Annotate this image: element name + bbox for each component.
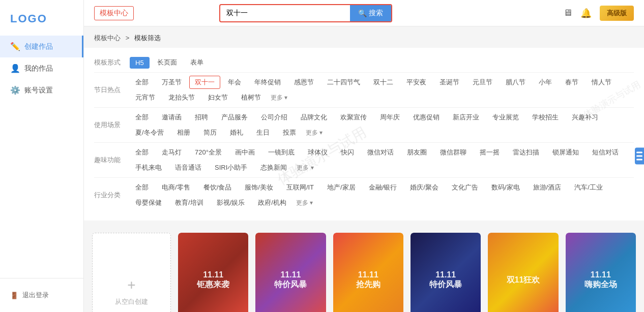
filter-tag-education[interactable]: 教育/培训 — [169, 196, 209, 209]
filter-tag-anniversary[interactable]: 周年庆 — [374, 111, 405, 124]
filter-tag-auto[interactable]: 汽车/工业 — [569, 181, 608, 194]
filter-tag-thanksgiving[interactable]: 感恩节 — [288, 76, 319, 89]
filter-tag-media[interactable]: 影视/娱乐 — [211, 196, 251, 209]
filter-tag-school[interactable]: 学校招生 — [526, 111, 564, 124]
logout-item[interactable]: 🚪 退出登录 — [10, 287, 73, 304]
filter-tag-double11[interactable]: 双十一 — [189, 76, 220, 89]
industry-more-btn[interactable]: 更多 ▾ — [296, 199, 313, 207]
filter-tag-vote[interactable]: 投票 — [277, 126, 302, 139]
filter-tag-plant[interactable]: 植树节 — [236, 91, 267, 104]
filter-tag-lockscreen[interactable]: 锁屏通知 — [547, 146, 584, 159]
template-card-5[interactable]: 双11狂欢 快闪x双十一托管婴儿优惠招... By Tracy — [488, 233, 558, 312]
filter-tag-voice[interactable]: 语音通话 — [169, 161, 207, 174]
template-card-4[interactable]: 11.11特价风暴 霓虹灯风双11活动促销 By 本平台御制 — [411, 233, 481, 312]
filter-tag-digital[interactable]: 数码/家电 — [486, 181, 525, 194]
filter-tag-360[interactable]: 720°全景 — [189, 146, 227, 159]
filter-tag-newstore[interactable]: 新店开业 — [447, 111, 485, 124]
filter-tag-realestate[interactable]: 地产/家居 — [321, 181, 361, 194]
search-button[interactable]: 🔍 搜索 — [350, 5, 391, 21]
filter-tag-resume[interactable]: 简历 — [198, 126, 222, 139]
filter-tag-album[interactable]: 相册 — [171, 126, 196, 139]
filter-tag-discount[interactable]: 优惠促销 — [407, 111, 445, 124]
filter-tag-double12[interactable]: 双十二 — [368, 76, 399, 89]
search-input[interactable] — [220, 6, 350, 20]
filter-tag-product[interactable]: 产品服务 — [216, 111, 253, 124]
filter-tag-new-year[interactable]: 元旦节 — [467, 76, 498, 89]
filter-tag-food[interactable]: 餐饮/食品 — [198, 181, 238, 194]
create-from-blank-card[interactable]: + 从空白创建 — [92, 233, 171, 312]
filter-tag-party-promo[interactable]: 欢聚宣传 — [335, 111, 372, 124]
filter-tag-recruitment[interactable]: 招聘 — [189, 111, 214, 124]
holiday-more-btn[interactable]: 更多 ▾ — [271, 93, 287, 102]
template-card-3[interactable]: 11.11抢先购 快闪x炫酷双十一促销 By 本平台御制 — [333, 233, 403, 312]
template-card-6[interactable]: 11.11嗨购全场 快闪x双十一服饰女装节日... By 深蓝姑娘 — [566, 233, 636, 312]
filter-tag-pip[interactable]: 画中画 — [229, 146, 260, 159]
filter-tag-ecommerce[interactable]: 电商/零售 — [156, 181, 196, 194]
filter-tag-moments[interactable]: 朋友圈 — [401, 146, 432, 159]
monitor-icon[interactable]: 🖥 — [563, 8, 572, 18]
filter-tag-invitation[interactable]: 邀请函 — [156, 111, 187, 124]
filter-tag-radar[interactable]: 雷达扫描 — [507, 146, 545, 159]
right-panel[interactable] — [635, 148, 644, 165]
filter-tag-solar[interactable]: 二十四节气 — [321, 76, 366, 89]
filter-tag-group-chat[interactable]: 微信群聊 — [434, 146, 472, 159]
filter-tag-h5[interactable]: H5 — [130, 57, 150, 69]
filter-tag-halloween[interactable]: 万圣节 — [156, 76, 187, 89]
filter-tag-interest[interactable]: 兴趣补习 — [566, 111, 604, 124]
vip-button[interactable]: 高级版 — [600, 6, 634, 21]
bell-icon[interactable]: 🔔 — [580, 8, 592, 19]
filter-tag-siri[interactable]: SIRI小助手 — [209, 161, 253, 174]
filter-tag-women[interactable]: 妇女节 — [202, 91, 233, 104]
filter-tag-internet[interactable]: 互联网/IT — [281, 181, 319, 194]
filter-tag-shake[interactable]: 摇一摇 — [474, 146, 505, 159]
filter-tag-year-end-sale[interactable]: 年终促销 — [249, 76, 286, 89]
filter-tag-wechat-chat[interactable]: 微信对话 — [362, 146, 399, 159]
filter-tag-finance[interactable]: 金融/银行 — [363, 181, 403, 194]
filter-tag-year-party[interactable]: 年会 — [222, 76, 247, 89]
sidebar-item-create[interactable]: ✏️ 创建作品 — [0, 36, 83, 57]
filter-tag-sms[interactable]: 短信对话 — [587, 146, 624, 159]
filter-tag-holiday-all[interactable]: 全部 — [130, 76, 154, 89]
filter-tag-onelens[interactable]: 一镜到底 — [262, 146, 300, 159]
template-card-1[interactable]: 11.11钜惠来袭 趣味双十一电商微商打折... By 瓜号 — [178, 233, 248, 312]
filter-tag-feature-all[interactable]: 全部 — [130, 146, 154, 159]
filter-tag-birthday[interactable]: 生日 — [251, 126, 275, 139]
feature-more-btn[interactable]: 更多 ▾ — [297, 164, 313, 172]
filter-tag-christmas[interactable]: 圣诞节 — [434, 76, 465, 89]
filter-tag-fashion[interactable]: 服饰/美妆 — [239, 181, 279, 194]
filter-tag-wedding-ind[interactable]: 婚庆/聚会 — [404, 181, 444, 194]
filter-tag-lantern[interactable]: 元宵节 — [130, 91, 161, 104]
filter-tag-company[interactable]: 公司介绍 — [255, 111, 293, 124]
filter-tag-news[interactable]: 态换新闻 — [255, 161, 292, 174]
filter-tag-culture[interactable]: 文化广告 — [446, 181, 484, 194]
filter-tag-flash[interactable]: 快闪 — [335, 146, 360, 159]
filter-tag-exhibition[interactable]: 专业展览 — [487, 111, 524, 124]
template-card-2[interactable]: 11.11特价风暴 双十一商家微商促销活动 By 王者设计 — [255, 233, 326, 312]
filter-tag-laba[interactable]: 腊八节 — [500, 76, 531, 89]
filter-tag-babycare[interactable]: 母婴保健 — [130, 196, 167, 209]
filter-tag-brand[interactable]: 品牌文化 — [295, 111, 333, 124]
filter-row-feature: 趣味功能 全部 走马灯 720°全景 画中画 一镜到底 球体仪 快闪 微信对话 … — [94, 143, 634, 178]
filter-tag-xiaonian[interactable]: 小年 — [533, 76, 558, 89]
scene-more-btn[interactable]: 更多 ▾ — [306, 129, 323, 137]
filter-tag-form[interactable]: 表单 — [185, 56, 209, 69]
filter-tag-christmas-eve[interactable]: 平安夜 — [401, 76, 432, 89]
filter-tag-travel[interactable]: 旅游/酒店 — [528, 181, 567, 194]
filter-tag-government[interactable]: 政府/机构 — [252, 196, 292, 209]
filter-tag-call[interactable]: 手机来电 — [130, 161, 167, 174]
filter-tag-scene-all[interactable]: 全部 — [130, 111, 154, 124]
filter-tag-holiday-ellipsis[interactable]: 春节 — [560, 76, 584, 89]
filter-tag-valentine[interactable]: 情人节 — [586, 76, 617, 89]
template-img-4: 11.11特价风暴 — [411, 233, 481, 312]
filter-tag-carousel[interactable]: 走马灯 — [156, 146, 187, 159]
filter-tag-summer[interactable]: 夏/冬令营 — [130, 126, 169, 139]
breadcrumb-item-1[interactable]: 模板中心 — [94, 34, 121, 42]
filter-tag-wedding[interactable]: 婚礼 — [224, 126, 249, 139]
sidebar-item-myworks[interactable]: 👤 我的作品 — [0, 57, 83, 79]
filter-tag-sphere[interactable]: 球体仪 — [302, 146, 333, 159]
filter-tag-longpage[interactable]: 长页面 — [152, 56, 183, 69]
filter-tag-dragon[interactable]: 龙抬头节 — [163, 91, 200, 104]
sidebar-item-settings[interactable]: ⚙️ 账号设置 — [0, 79, 83, 101]
nav-template-center[interactable]: 模板中心 — [94, 6, 134, 20]
filter-tag-industry-all[interactable]: 全部 — [130, 181, 154, 194]
